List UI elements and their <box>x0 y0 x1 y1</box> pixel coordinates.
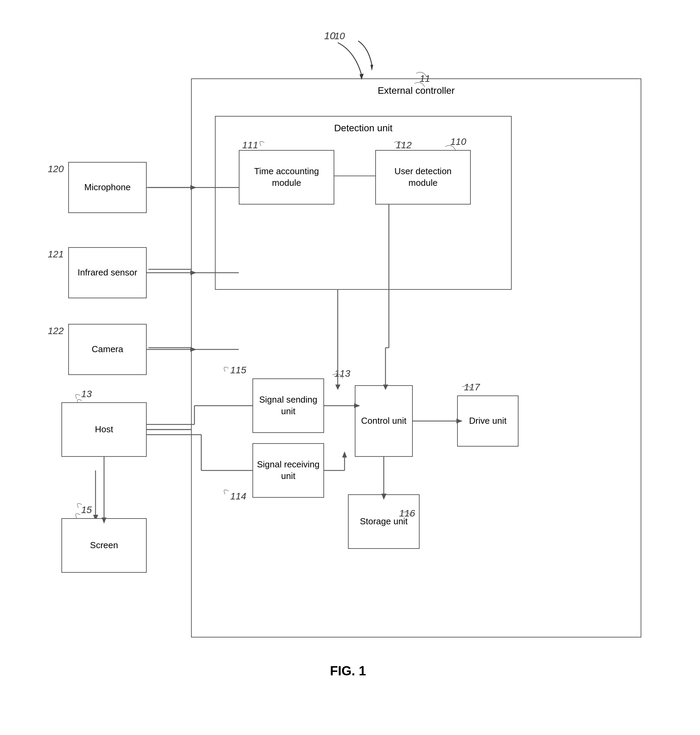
infrared-sensor-label: Infrared sensor <box>78 267 137 279</box>
host-label: Host <box>95 424 113 435</box>
ref-11: 11 <box>420 73 430 84</box>
figure-caption: FIG. 1 <box>330 664 366 678</box>
microphone-box: Microphone <box>68 162 147 213</box>
host-box: Host <box>62 402 147 457</box>
ref-13: 13 <box>81 389 92 399</box>
ref-115: 115 <box>230 365 246 376</box>
time-accounting-module-label: Time accounting module <box>242 166 331 189</box>
external-controller-label: External controller <box>378 85 455 96</box>
ref-113: 113 <box>334 368 350 379</box>
drive-unit-label: Drive unit <box>469 415 507 427</box>
ref-121: 121 <box>48 249 64 260</box>
signal-receiving-unit-box: Signal receiving unit <box>253 443 324 498</box>
drive-unit-box: Drive unit <box>457 395 519 447</box>
ref-120: 120 <box>48 164 64 175</box>
ref-122: 122 <box>48 326 64 336</box>
screen-label: Screen <box>90 540 118 551</box>
ref-10: 10 <box>334 31 345 42</box>
infrared-sensor-box: Infrared sensor <box>68 247 147 298</box>
camera-box: Camera <box>68 324 147 375</box>
camera-label: Camera <box>92 344 123 355</box>
ref-110: 110 <box>450 136 466 147</box>
signal-sending-unit-label: Signal sending unit <box>256 394 321 417</box>
ref-15: 15 <box>81 505 92 515</box>
signal-receiving-unit-label: Signal receiving unit <box>256 459 321 482</box>
control-unit-label: Control unit <box>361 415 407 427</box>
microphone-label: Microphone <box>84 182 131 193</box>
storage-unit-box: Storage unit <box>348 494 420 549</box>
user-detection-module-label: User detection module <box>379 166 467 189</box>
control-unit-box: Control unit <box>355 385 413 457</box>
screen-box: Screen <box>62 518 147 573</box>
ref-116: 116 <box>399 508 415 519</box>
ref-117: 117 <box>464 382 480 393</box>
detection-unit-label: Detection unit <box>334 123 392 134</box>
svg-marker-0 <box>371 65 373 71</box>
ref-111: 111 <box>242 140 258 151</box>
ref-112: 112 <box>396 140 412 151</box>
ref-114: 114 <box>230 491 246 502</box>
time-accounting-module-box: Time accounting module <box>239 150 334 205</box>
signal-sending-unit-box: Signal sending unit <box>253 379 324 433</box>
svg-text:10: 10 <box>324 30 336 41</box>
user-detection-module-box: User detection module <box>375 150 471 205</box>
module-connector-line <box>334 176 375 176</box>
